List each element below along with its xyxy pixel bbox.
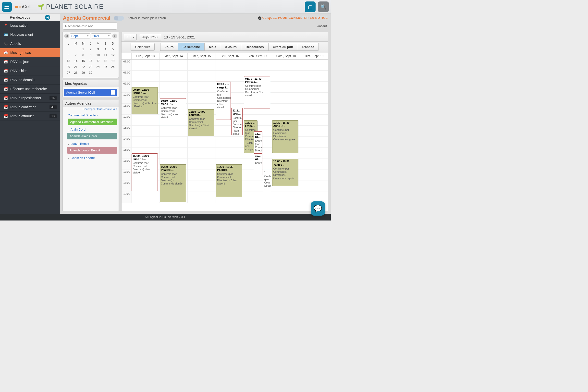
time-slot[interactable]: [188, 137, 216, 148]
time-slot[interactable]: [131, 70, 160, 82]
time-slot[interactable]: [300, 137, 328, 148]
time-slot[interactable]: [216, 60, 244, 70]
time-slot[interactable]: [131, 192, 160, 203]
time-slot[interactable]: [188, 148, 216, 159]
time-slot[interactable]: [300, 82, 328, 92]
menu-button[interactable]: [2, 2, 12, 12]
calendar-event[interactable]: 16:30 - 20:00 Paul DE… Confirmé (par Com…: [160, 164, 186, 202]
time-slot[interactable]: [160, 70, 188, 82]
next-month-button[interactable]: ▶: [112, 34, 117, 38]
time-slot[interactable]: [300, 126, 328, 137]
minical-day[interactable]: 20: [65, 64, 72, 70]
nav-effectuer-une-recherche[interactable]: 📅Effectuer une recherche: [0, 84, 60, 94]
time-slot[interactable]: [300, 70, 328, 82]
time-slot[interactable]: [131, 126, 160, 137]
minical-day[interactable]: 17: [94, 58, 102, 64]
minical-day[interactable]: 13: [65, 58, 72, 64]
minical-day[interactable]: 2: [87, 46, 94, 52]
search-button[interactable]: 🔍: [318, 2, 329, 12]
collapse-sidebar-button[interactable]: ◀: [45, 15, 50, 20]
nav-rdv-de-demain[interactable]: 📅RDV de demain: [0, 76, 60, 84]
calendar-event[interactable]: 10:30 - 13:00 Marie P… Confirmé (par Com…: [160, 98, 186, 126]
time-slot[interactable]: [216, 70, 244, 82]
calendar-event[interactable]: 17:00 - Confirmé (par Commercial Directe…: [263, 170, 271, 191]
minical-day[interactable]: 28: [72, 70, 80, 76]
time-slot[interactable]: [188, 82, 216, 92]
calendar-event[interactable]: 11:25 - 13:55 Mari… Confirmé (par Commer…: [231, 108, 242, 135]
calendar-event[interactable]: 08:30 - 11:30 Patricia… Confirmé (par Co…: [244, 76, 270, 109]
view-tab[interactable]: Mois: [204, 43, 221, 51]
time-slot[interactable]: [160, 126, 188, 137]
view-tab[interactable]: La semaine: [178, 43, 204, 51]
minical-day[interactable]: 30: [87, 70, 94, 76]
minical-day[interactable]: 15: [80, 58, 87, 64]
time-slot[interactable]: [300, 92, 328, 104]
nav-nouveau-client[interactable]: 🪪Nouveau client: [0, 30, 60, 39]
time-slot[interactable]: [300, 181, 328, 192]
nav-rdv-d-hier[interactable]: 📅RDV d'hier: [0, 66, 60, 76]
time-slot[interactable]: [244, 192, 272, 203]
time-slot[interactable]: [160, 60, 188, 70]
calendar-event[interactable]: 16:30 - 19:30 PATRIC… Confirmé (par Comm…: [216, 164, 242, 197]
time-slot[interactable]: [160, 137, 188, 148]
rdv-search-input[interactable]: [63, 22, 117, 30]
calendar-event[interactable]: 11:30 - 14:00 Laurent… Confirmé (par Com…: [188, 109, 214, 136]
minical-day[interactable]: 25: [102, 64, 109, 70]
minical-day[interactable]: 6: [65, 52, 72, 58]
fullscreen-toggle[interactable]: [114, 16, 124, 20]
minical-day[interactable]: 23: [87, 64, 94, 70]
time-slot[interactable]: [188, 92, 216, 104]
view-tab[interactable]: L'année: [298, 43, 319, 51]
time-slot[interactable]: [272, 92, 300, 104]
nav-appels[interactable]: 📞Appels: [0, 39, 60, 48]
time-slot[interactable]: [160, 82, 188, 92]
time-slot[interactable]: [131, 137, 160, 148]
time-slot[interactable]: [131, 60, 160, 70]
month-select[interactable]: Sept.▼: [70, 33, 90, 38]
time-slot[interactable]: [300, 159, 328, 170]
minical-day[interactable]: 11: [102, 52, 109, 58]
view-tab[interactable]: 3 Jours: [221, 43, 241, 51]
time-slot[interactable]: [300, 60, 328, 70]
year-select[interactable]: 2021▼: [91, 33, 111, 38]
calendar-event[interactable]: 09:30 - 12:00 Herbert … Confirmé (par Co…: [132, 87, 158, 114]
time-slot[interactable]: [131, 115, 160, 126]
minical-day[interactable]: 10: [94, 52, 102, 58]
time-slot[interactable]: [188, 181, 216, 192]
nav-rdv-attribuer[interactable]: 📅RDV à attribuer13: [0, 112, 60, 121]
calendar-event[interactable]: 15:30 - 19:00 Julie Kil… Confirmé (par C…: [132, 153, 158, 192]
time-slot[interactable]: [188, 159, 216, 170]
chat-button[interactable]: 💬: [311, 202, 325, 216]
agenda-tree-item[interactable]: ⌄Alain Cordi: [67, 127, 117, 132]
agenda-tree-item[interactable]: ⌄Louvri Benoit: [67, 141, 117, 146]
minical-day[interactable]: 7: [72, 52, 80, 58]
time-slot[interactable]: [216, 148, 244, 159]
time-slot[interactable]: [300, 170, 328, 181]
minical-day[interactable]: 1: [80, 46, 87, 52]
calendar-event[interactable]: 12:30 - 15:30 Aline D… Confirmé (par Com…: [272, 120, 298, 153]
agenda-pill[interactable]: Agenda Alain Cordi: [67, 133, 117, 140]
minical-day[interactable]: 14: [72, 58, 80, 64]
minical-day[interactable]: 22: [80, 64, 87, 70]
minical-day[interactable]: 5: [109, 46, 116, 52]
nav-rdv-repositionner[interactable]: 📅RDV à repositionner16: [0, 94, 60, 103]
time-slot[interactable]: [300, 148, 328, 159]
time-slot[interactable]: [272, 192, 300, 203]
calendrier-button[interactable]: Calendrier: [130, 43, 154, 51]
agenda-pill[interactable]: Agenda Commercial Directeur: [68, 118, 117, 125]
view-tab[interactable]: Ressources: [241, 43, 268, 51]
time-slot[interactable]: [160, 148, 188, 159]
time-slot[interactable]: [188, 70, 216, 82]
nav-rdv-confirmer[interactable]: 📅RDV à confirmer41: [0, 103, 60, 112]
calendar-event[interactable]: 16:00 - 18:30 Yannis … Confirmé (par Com…: [272, 159, 298, 186]
agenda-pill[interactable]: Agenda Louvri Benoit: [67, 147, 117, 154]
time-slot[interactable]: [188, 192, 216, 203]
notice-link[interactable]: ?CLIQUEZ POUR CONSULTER LA NOTICE: [258, 16, 328, 20]
calendar-event[interactable]: 09:00 - 12:30 serge fr… Confirmé (par Co…: [216, 82, 231, 120]
minical-day[interactable]: 3: [94, 46, 102, 52]
calendar-event[interactable]: 15:30 - 17:30 Ala… Confirmé: [254, 153, 262, 175]
agenda-primary-select[interactable]: Agenda Server ICoII⌄: [64, 89, 117, 96]
time-slot[interactable]: [216, 137, 244, 148]
screen-button[interactable]: ▢: [305, 2, 316, 12]
minical-day[interactable]: 24: [94, 64, 102, 70]
